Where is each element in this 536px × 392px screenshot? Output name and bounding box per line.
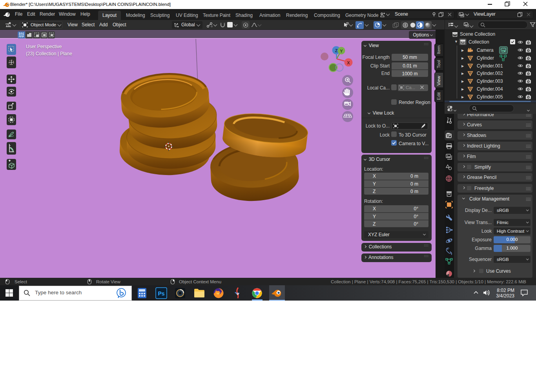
svg-text:X: X	[347, 60, 350, 65]
svg-text:Y: Y	[340, 49, 343, 53]
svg-text:Ps: Ps	[158, 290, 164, 297]
svg-text:Z: Z	[335, 48, 338, 53]
